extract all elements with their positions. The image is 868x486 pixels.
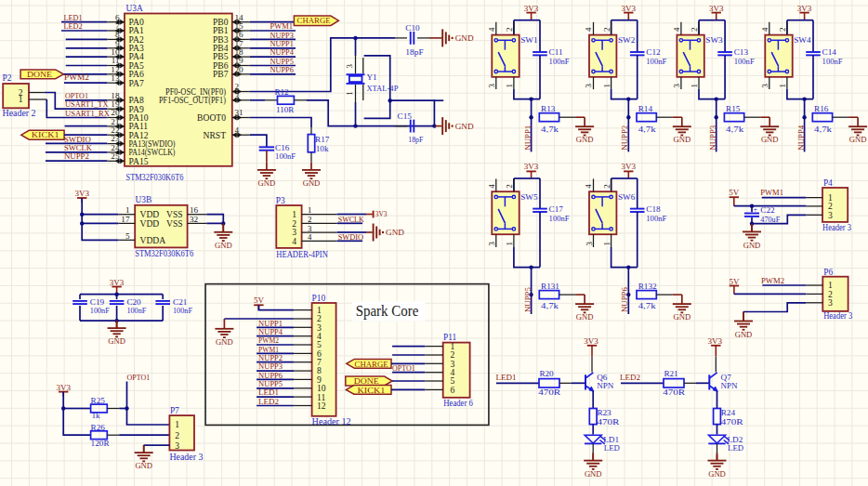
svg-text:3: 3 — [345, 64, 354, 69]
svg-text:SW4: SW4 — [794, 35, 811, 45]
svg-text:2: 2 — [505, 28, 514, 33]
svg-text:3V3: 3V3 — [110, 278, 125, 287]
svg-text:4: 4 — [585, 184, 594, 189]
svg-text:GND: GND — [743, 241, 761, 250]
svg-text:USART1_RX: USART1_RX — [65, 109, 110, 118]
svg-text:LED: LED — [604, 443, 620, 453]
svg-text:C14: C14 — [822, 47, 837, 57]
svg-text:P4: P4 — [823, 178, 833, 188]
svg-text:PF1-OSC_OUT(PF1): PF1-OSC_OUT(PF1) — [159, 95, 226, 106]
svg-text:2: 2 — [778, 28, 787, 33]
svg-text:470uF: 470uF — [760, 215, 780, 224]
svg-text:R14: R14 — [638, 104, 653, 113]
svg-text:PA7: PA7 — [129, 78, 144, 88]
svg-text:470R: 470R — [721, 417, 744, 427]
svg-text:C15: C15 — [398, 112, 413, 121]
svg-text:PWM2: PWM2 — [64, 72, 89, 82]
svg-text:32: 32 — [190, 215, 199, 224]
svg-text:P6: P6 — [823, 268, 833, 277]
svg-text:Y1: Y1 — [366, 72, 377, 82]
svg-text:4: 4 — [672, 27, 681, 32]
svg-text:1: 1 — [505, 84, 514, 88]
svg-text:XTAL-4P: XTAL-4P — [366, 84, 398, 93]
svg-text:GND: GND — [303, 178, 321, 188]
svg-text:P7: P7 — [170, 406, 179, 415]
svg-text:4,7k: 4,7k — [814, 125, 832, 134]
svg-text:BOOT0: BOOT0 — [197, 112, 226, 123]
svg-text:17: 17 — [121, 215, 130, 224]
svg-text:C18: C18 — [646, 204, 661, 214]
svg-text:4,7k: 4,7k — [541, 301, 559, 310]
svg-text:3: 3 — [760, 84, 769, 88]
svg-text:3V3: 3V3 — [375, 209, 388, 218]
svg-text:SW2: SW2 — [618, 35, 636, 45]
svg-text:R13: R13 — [541, 104, 556, 113]
svg-text:4,7k: 4,7k — [726, 125, 743, 134]
svg-text:NUPP2: NUPP2 — [64, 151, 89, 161]
svg-text:2: 2 — [175, 430, 179, 440]
svg-text:5V: 5V — [254, 296, 265, 305]
svg-text:C13: C13 — [734, 47, 749, 57]
svg-text:3V3: 3V3 — [524, 4, 539, 13]
svg-text:12: 12 — [317, 401, 326, 411]
svg-text:P2: P2 — [3, 73, 12, 83]
svg-text:2: 2 — [602, 184, 612, 189]
svg-text:3: 3 — [487, 242, 496, 246]
svg-text:GND: GND — [215, 241, 232, 250]
svg-text:3V3: 3V3 — [56, 383, 71, 392]
svg-text:R17: R17 — [315, 135, 330, 144]
svg-text:SW1: SW1 — [520, 35, 538, 45]
svg-text:100nF: 100nF — [90, 306, 110, 315]
svg-text:PB7: PB7 — [213, 69, 229, 79]
svg-text:KICK1: KICK1 — [357, 386, 385, 395]
svg-text:C19: C19 — [90, 297, 105, 307]
svg-text:CHARGE: CHARGE — [297, 16, 331, 25]
svg-text:C22: C22 — [760, 205, 775, 215]
svg-text:120R: 120R — [91, 439, 111, 448]
svg-text:3V3: 3V3 — [797, 4, 812, 13]
svg-text:100nF: 100nF — [126, 306, 146, 315]
svg-text:4: 4 — [487, 27, 496, 32]
svg-text:LED1: LED1 — [496, 373, 517, 382]
svg-text:4,7k: 4,7k — [638, 125, 656, 134]
svg-text:18pF: 18pF — [408, 135, 423, 144]
svg-text:SWDIO: SWDIO — [338, 232, 364, 242]
svg-text:100nF: 100nF — [646, 214, 666, 223]
svg-text:SW6: SW6 — [618, 192, 636, 202]
svg-text:1: 1 — [175, 419, 179, 429]
svg-text:Header 12: Header 12 — [312, 417, 351, 427]
svg-text:3: 3 — [828, 297, 833, 308]
svg-text:NUPP3: NUPP3 — [708, 125, 717, 150]
svg-text:GND: GND — [135, 461, 152, 470]
svg-text:1: 1 — [308, 205, 311, 215]
svg-text:STM32F030K6T6: STM32F030K6T6 — [135, 249, 193, 258]
svg-text:STM32F030K6T6: STM32F030K6T6 — [126, 173, 184, 182]
svg-text:SWCLK: SWCLK — [338, 215, 364, 224]
svg-text:3: 3 — [672, 84, 681, 88]
svg-text:Header 3: Header 3 — [169, 453, 203, 462]
svg-text:1: 1 — [345, 91, 354, 96]
svg-text:3: 3 — [828, 210, 833, 220]
svg-text:4: 4 — [292, 236, 296, 246]
svg-text:16: 16 — [190, 205, 199, 215]
svg-text:R12: R12 — [274, 87, 289, 97]
svg-text:C12: C12 — [646, 47, 661, 57]
svg-text:1: 1 — [125, 205, 130, 215]
svg-text:4: 4 — [585, 27, 594, 32]
svg-text:3V3: 3V3 — [524, 162, 539, 171]
svg-text:1: 1 — [505, 242, 514, 246]
svg-text:C11: C11 — [549, 47, 563, 57]
svg-text:5V: 5V — [729, 188, 740, 197]
svg-text:3: 3 — [487, 84, 496, 88]
svg-text:3: 3 — [175, 440, 179, 451]
svg-text:Header 3: Header 3 — [822, 223, 851, 232]
svg-text:P10: P10 — [312, 294, 326, 303]
svg-text:18pF: 18pF — [405, 47, 424, 57]
svg-text:NUPP6: NUPP6 — [620, 287, 629, 312]
svg-text:470R: 470R — [538, 387, 561, 397]
svg-text:100nF: 100nF — [549, 57, 570, 66]
svg-text:+: + — [754, 205, 758, 214]
svg-text:Header 6: Header 6 — [443, 399, 473, 408]
svg-text:P3: P3 — [276, 196, 285, 205]
svg-text:LED2: LED2 — [620, 373, 640, 382]
